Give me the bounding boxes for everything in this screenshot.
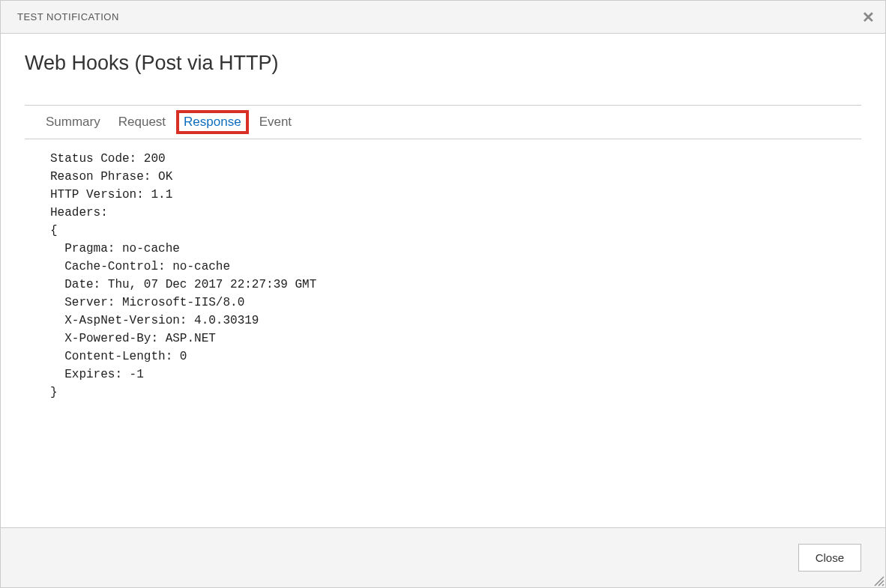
tab-event[interactable]: Event: [259, 115, 292, 130]
tab-bar: Summary Request Response Event: [25, 106, 861, 139]
page-title: Web Hooks (Post via HTTP): [25, 52, 861, 75]
dialog-content: Web Hooks (Post via HTTP) Summary Reques…: [1, 34, 885, 412]
close-button[interactable]: Close: [798, 544, 861, 572]
tab-summary[interactable]: Summary: [46, 115, 100, 130]
tab-request[interactable]: Request: [118, 115, 166, 130]
dialog-header: TEST NOTIFICATION ✕: [1, 1, 885, 34]
close-icon[interactable]: ✕: [862, 10, 876, 25]
dialog-footer: Close: [1, 527, 885, 587]
response-body: Status Code: 200 Reason Phrase: OK HTTP …: [25, 139, 861, 412]
tab-response[interactable]: Response: [181, 115, 244, 130]
dialog-title: TEST NOTIFICATION: [17, 11, 119, 22]
